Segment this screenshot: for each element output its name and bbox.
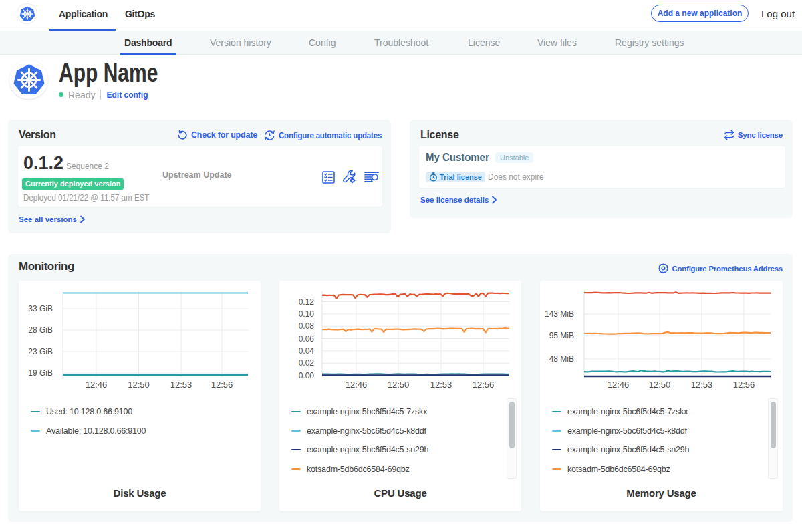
svg-text:12:53: 12:53 [691,380,713,390]
svg-text:12:50: 12:50 [128,380,150,390]
svg-text:12:50: 12:50 [649,380,671,390]
svg-text:0.08: 0.08 [299,321,315,331]
svg-text:12:53: 12:53 [170,380,192,390]
svg-text:48 MiB: 48 MiB [549,354,574,364]
svg-text:12:46: 12:46 [346,380,368,390]
svg-text:12:50: 12:50 [388,380,410,390]
svg-text:95 MiB: 95 MiB [549,331,574,340]
svg-text:23 GiB: 23 GiB [28,347,53,356]
svg-text:0.02: 0.02 [299,358,315,368]
svg-text:143 MiB: 143 MiB [545,309,574,319]
svg-text:12:53: 12:53 [430,380,452,390]
svg-text:0.06: 0.06 [299,334,315,344]
svg-text:12:46: 12:46 [608,380,630,390]
svg-text:0.12: 0.12 [299,297,315,307]
svg-text:12:46: 12:46 [86,380,108,390]
svg-text:12:56: 12:56 [473,380,495,390]
svg-text:28 GiB: 28 GiB [28,325,53,335]
svg-text:0.00: 0.00 [299,371,315,380]
svg-text:0.10: 0.10 [299,309,315,319]
svg-text:12:56: 12:56 [211,380,233,390]
svg-text:12:56: 12:56 [733,380,755,390]
svg-text:33 GiB: 33 GiB [28,304,53,313]
svg-text:0.04: 0.04 [299,346,315,356]
svg-text:19 GiB: 19 GiB [28,368,53,378]
